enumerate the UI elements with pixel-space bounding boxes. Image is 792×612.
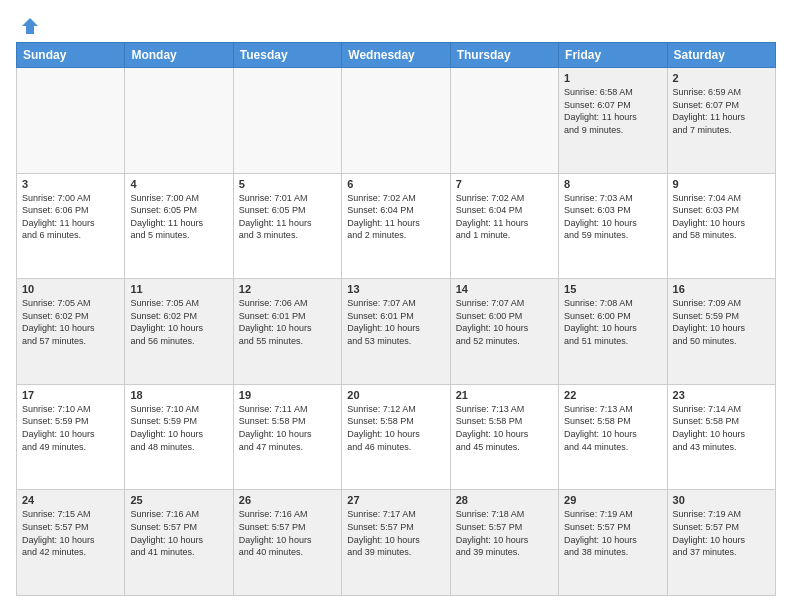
day-info: Sunrise: 7:04 AM Sunset: 6:03 PM Dayligh…: [673, 192, 770, 242]
weekday-header-thursday: Thursday: [450, 43, 558, 68]
calendar-cell: 10Sunrise: 7:05 AM Sunset: 6:02 PM Dayli…: [17, 279, 125, 385]
weekday-header-wednesday: Wednesday: [342, 43, 450, 68]
day-info: Sunrise: 7:02 AM Sunset: 6:04 PM Dayligh…: [347, 192, 444, 242]
calendar-week-row: 10Sunrise: 7:05 AM Sunset: 6:02 PM Dayli…: [17, 279, 776, 385]
day-number: 23: [673, 389, 770, 401]
day-info: Sunrise: 7:07 AM Sunset: 6:00 PM Dayligh…: [456, 297, 553, 347]
calendar-cell: [233, 68, 341, 174]
day-number: 8: [564, 178, 661, 190]
day-number: 17: [22, 389, 119, 401]
calendar-cell: 24Sunrise: 7:15 AM Sunset: 5:57 PM Dayli…: [17, 490, 125, 596]
calendar-cell: 21Sunrise: 7:13 AM Sunset: 5:58 PM Dayli…: [450, 384, 558, 490]
day-info: Sunrise: 6:58 AM Sunset: 6:07 PM Dayligh…: [564, 86, 661, 136]
calendar-cell: 6Sunrise: 7:02 AM Sunset: 6:04 PM Daylig…: [342, 173, 450, 279]
day-number: 28: [456, 494, 553, 506]
day-number: 29: [564, 494, 661, 506]
day-number: 2: [673, 72, 770, 84]
calendar-week-row: 1Sunrise: 6:58 AM Sunset: 6:07 PM Daylig…: [17, 68, 776, 174]
svg-marker-0: [22, 18, 38, 34]
weekday-header-saturday: Saturday: [667, 43, 775, 68]
calendar-cell: 9Sunrise: 7:04 AM Sunset: 6:03 PM Daylig…: [667, 173, 775, 279]
day-info: Sunrise: 7:18 AM Sunset: 5:57 PM Dayligh…: [456, 508, 553, 558]
day-info: Sunrise: 7:03 AM Sunset: 6:03 PM Dayligh…: [564, 192, 661, 242]
calendar-cell: 5Sunrise: 7:01 AM Sunset: 6:05 PM Daylig…: [233, 173, 341, 279]
day-number: 1: [564, 72, 661, 84]
calendar-cell: 17Sunrise: 7:10 AM Sunset: 5:59 PM Dayli…: [17, 384, 125, 490]
calendar-cell: 27Sunrise: 7:17 AM Sunset: 5:57 PM Dayli…: [342, 490, 450, 596]
day-number: 14: [456, 283, 553, 295]
calendar-cell: 11Sunrise: 7:05 AM Sunset: 6:02 PM Dayli…: [125, 279, 233, 385]
day-number: 6: [347, 178, 444, 190]
day-number: 4: [130, 178, 227, 190]
day-info: Sunrise: 7:15 AM Sunset: 5:57 PM Dayligh…: [22, 508, 119, 558]
day-info: Sunrise: 7:19 AM Sunset: 5:57 PM Dayligh…: [673, 508, 770, 558]
day-number: 19: [239, 389, 336, 401]
day-number: 26: [239, 494, 336, 506]
calendar-cell: 1Sunrise: 6:58 AM Sunset: 6:07 PM Daylig…: [559, 68, 667, 174]
day-info: Sunrise: 7:06 AM Sunset: 6:01 PM Dayligh…: [239, 297, 336, 347]
calendar: SundayMondayTuesdayWednesdayThursdayFrid…: [16, 42, 776, 596]
calendar-body: 1Sunrise: 6:58 AM Sunset: 6:07 PM Daylig…: [17, 68, 776, 596]
day-info: Sunrise: 7:02 AM Sunset: 6:04 PM Dayligh…: [456, 192, 553, 242]
calendar-cell: 23Sunrise: 7:14 AM Sunset: 5:58 PM Dayli…: [667, 384, 775, 490]
calendar-cell: 25Sunrise: 7:16 AM Sunset: 5:57 PM Dayli…: [125, 490, 233, 596]
day-info: Sunrise: 7:17 AM Sunset: 5:57 PM Dayligh…: [347, 508, 444, 558]
day-info: Sunrise: 7:10 AM Sunset: 5:59 PM Dayligh…: [130, 403, 227, 453]
weekday-header-sunday: Sunday: [17, 43, 125, 68]
day-info: Sunrise: 7:05 AM Sunset: 6:02 PM Dayligh…: [130, 297, 227, 347]
calendar-cell: 3Sunrise: 7:00 AM Sunset: 6:06 PM Daylig…: [17, 173, 125, 279]
day-number: 21: [456, 389, 553, 401]
day-info: Sunrise: 7:13 AM Sunset: 5:58 PM Dayligh…: [456, 403, 553, 453]
calendar-cell: 14Sunrise: 7:07 AM Sunset: 6:00 PM Dayli…: [450, 279, 558, 385]
calendar-cell: [17, 68, 125, 174]
weekday-header-monday: Monday: [125, 43, 233, 68]
calendar-cell: 30Sunrise: 7:19 AM Sunset: 5:57 PM Dayli…: [667, 490, 775, 596]
day-number: 27: [347, 494, 444, 506]
day-number: 20: [347, 389, 444, 401]
logo-icon: [20, 16, 40, 36]
day-info: Sunrise: 7:08 AM Sunset: 6:00 PM Dayligh…: [564, 297, 661, 347]
day-info: Sunrise: 7:10 AM Sunset: 5:59 PM Dayligh…: [22, 403, 119, 453]
day-number: 10: [22, 283, 119, 295]
day-info: Sunrise: 7:13 AM Sunset: 5:58 PM Dayligh…: [564, 403, 661, 453]
day-number: 3: [22, 178, 119, 190]
calendar-week-row: 17Sunrise: 7:10 AM Sunset: 5:59 PM Dayli…: [17, 384, 776, 490]
day-number: 11: [130, 283, 227, 295]
calendar-cell: 2Sunrise: 6:59 AM Sunset: 6:07 PM Daylig…: [667, 68, 775, 174]
calendar-header: SundayMondayTuesdayWednesdayThursdayFrid…: [17, 43, 776, 68]
logo: [16, 16, 40, 32]
calendar-cell: 8Sunrise: 7:03 AM Sunset: 6:03 PM Daylig…: [559, 173, 667, 279]
calendar-cell: 15Sunrise: 7:08 AM Sunset: 6:00 PM Dayli…: [559, 279, 667, 385]
day-info: Sunrise: 7:14 AM Sunset: 5:58 PM Dayligh…: [673, 403, 770, 453]
day-info: Sunrise: 7:12 AM Sunset: 5:58 PM Dayligh…: [347, 403, 444, 453]
calendar-cell: [342, 68, 450, 174]
day-number: 18: [130, 389, 227, 401]
day-info: Sunrise: 7:09 AM Sunset: 5:59 PM Dayligh…: [673, 297, 770, 347]
calendar-week-row: 3Sunrise: 7:00 AM Sunset: 6:06 PM Daylig…: [17, 173, 776, 279]
calendar-cell: 12Sunrise: 7:06 AM Sunset: 6:01 PM Dayli…: [233, 279, 341, 385]
day-number: 30: [673, 494, 770, 506]
day-number: 24: [22, 494, 119, 506]
calendar-cell: 29Sunrise: 7:19 AM Sunset: 5:57 PM Dayli…: [559, 490, 667, 596]
calendar-cell: [125, 68, 233, 174]
calendar-cell: 22Sunrise: 7:13 AM Sunset: 5:58 PM Dayli…: [559, 384, 667, 490]
calendar-cell: 18Sunrise: 7:10 AM Sunset: 5:59 PM Dayli…: [125, 384, 233, 490]
calendar-cell: 19Sunrise: 7:11 AM Sunset: 5:58 PM Dayli…: [233, 384, 341, 490]
calendar-cell: 20Sunrise: 7:12 AM Sunset: 5:58 PM Dayli…: [342, 384, 450, 490]
day-number: 16: [673, 283, 770, 295]
calendar-cell: 13Sunrise: 7:07 AM Sunset: 6:01 PM Dayli…: [342, 279, 450, 385]
calendar-cell: 4Sunrise: 7:00 AM Sunset: 6:05 PM Daylig…: [125, 173, 233, 279]
day-number: 5: [239, 178, 336, 190]
day-number: 25: [130, 494, 227, 506]
day-number: 9: [673, 178, 770, 190]
calendar-cell: 26Sunrise: 7:16 AM Sunset: 5:57 PM Dayli…: [233, 490, 341, 596]
day-info: Sunrise: 6:59 AM Sunset: 6:07 PM Dayligh…: [673, 86, 770, 136]
calendar-cell: [450, 68, 558, 174]
weekday-header-friday: Friday: [559, 43, 667, 68]
day-info: Sunrise: 7:07 AM Sunset: 6:01 PM Dayligh…: [347, 297, 444, 347]
day-info: Sunrise: 7:16 AM Sunset: 5:57 PM Dayligh…: [239, 508, 336, 558]
day-info: Sunrise: 7:01 AM Sunset: 6:05 PM Dayligh…: [239, 192, 336, 242]
page: SundayMondayTuesdayWednesdayThursdayFrid…: [0, 0, 792, 612]
calendar-cell: 16Sunrise: 7:09 AM Sunset: 5:59 PM Dayli…: [667, 279, 775, 385]
day-number: 22: [564, 389, 661, 401]
